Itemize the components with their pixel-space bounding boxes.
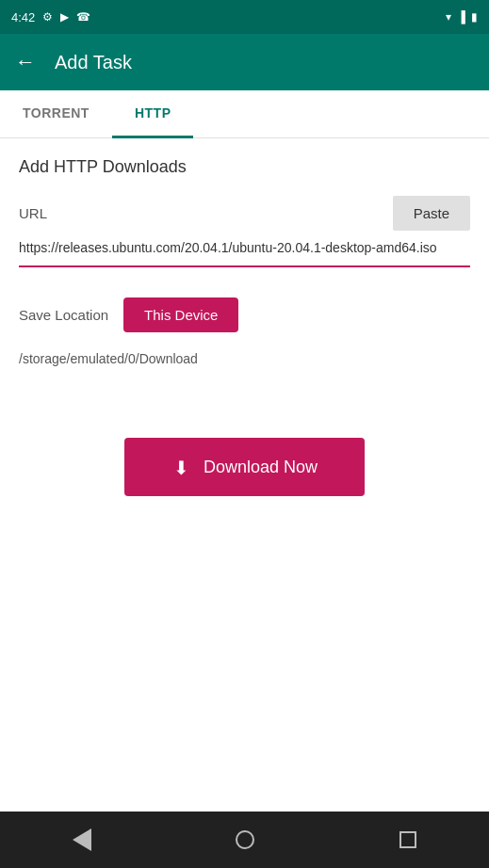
page-title: Add Task [55,52,132,73]
nav-home-button[interactable] [222,817,268,862]
status-right: ▾ ▐ ▮ [446,10,478,24]
url-row: URL Paste [19,196,470,231]
settings-icon: ⚙ [42,10,53,24]
paste-button[interactable]: Paste [393,196,470,231]
back-triangle-icon [73,828,91,851]
section-title: Add HTTP Downloads [19,157,470,177]
download-now-label: Download Now [204,458,318,477]
battery-icon: ▮ [471,10,478,24]
save-location-row: Save Location This Device [19,297,470,332]
save-path: /storage/emulated/0/Download [19,344,470,374]
phone-icon: ☎ [76,10,90,24]
url-input-area: https://releases.ubuntu.com/20.04.1/ubun… [19,238,470,267]
home-circle-icon [236,830,254,849]
wifi-icon: ▾ [446,10,451,24]
save-location-label: Save Location [19,307,108,323]
form-area: Add HTTP Downloads URL Paste https://rel… [0,138,489,812]
tab-bar: TORRENT HTTP [0,90,489,138]
url-field[interactable]: https://releases.ubuntu.com/20.04.1/ubun… [19,238,470,267]
nav-bar [0,812,489,868]
url-label: URL [19,205,47,221]
nav-recents-button[interactable] [385,817,431,862]
tab-torrent[interactable]: TORRENT [0,90,112,138]
time-display: 4:42 [11,10,35,24]
this-device-button[interactable]: This Device [123,297,238,332]
signal-icon: ▐ [457,10,465,24]
app-bar: ← Add Task [0,34,489,90]
back-button[interactable]: ← [15,50,36,74]
nav-back-button[interactable] [59,817,105,862]
status-bar: 4:42 ⚙ ▶ ☎ ▾ ▐ ▮ [0,0,489,34]
recents-square-icon [399,831,416,848]
download-icon [171,457,192,477]
download-now-button[interactable]: Download Now [124,438,365,496]
status-left: 4:42 ⚙ ▶ ☎ [11,10,90,24]
shield-icon: ▶ [60,10,69,24]
tab-http[interactable]: HTTP [112,90,194,138]
main-content: TORRENT HTTP Add HTTP Downloads URL Past… [0,90,489,812]
download-btn-container: Download Now [19,438,470,496]
